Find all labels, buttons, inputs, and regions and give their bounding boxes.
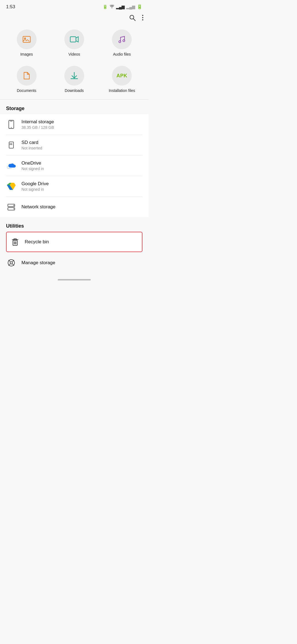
top-category-row: Images Videos Audio files [0,24,148,60]
trash-icon [10,237,20,247]
googledrive-text: Google Drive Not signed in [21,181,49,192]
svg-point-9 [123,40,125,42]
videos-label: Videos [68,52,80,56]
bottom-bar [0,273,148,283]
sdcard-subtitle: Not inserted [21,146,42,150]
storage-section: Storage Internal storage 38.35 GB / 128 … [0,100,148,217]
utilities-section-title: Utilities [0,217,148,232]
network-storage-text: Network storage [21,204,56,210]
utilities-section: Utilities Recycle bin [0,217,148,273]
svg-point-2 [142,15,143,16]
storage-list: Internal storage 38.35 GB / 128 GB SD ca… [0,114,148,217]
storage-section-title: Storage [0,100,148,114]
installation-icon-circle: APK [112,66,132,86]
googledrive-title: Google Drive [21,181,49,187]
internal-storage-item[interactable]: Internal storage 38.35 GB / 128 GB [6,114,142,135]
apk-label: APK [117,73,128,79]
svg-point-29 [10,262,13,264]
googledrive-item[interactable]: Google Drive Not signed in [6,176,142,197]
audio-label: Audio files [113,52,131,56]
internal-storage-subtitle: 38.35 GB / 128 GB [21,125,54,130]
sdcard-icon [6,140,16,150]
documents-label: Documents [17,88,36,93]
recycle-bin-item[interactable]: Recycle bin [6,232,142,252]
sdcard-item[interactable]: SD card Not inserted [6,135,142,155]
category-audio[interactable]: Audio files [98,26,146,60]
battery-icon: 🔋 [137,4,142,10]
internal-storage-text: Internal storage 38.35 GB / 128 GB [21,119,54,130]
category-videos[interactable]: Videos [50,26,98,60]
svg-point-8 [119,41,121,43]
svg-rect-7 [70,37,76,42]
documents-icon-circle [17,66,37,86]
status-time: 1:53 [6,4,15,10]
signal2-icon: ▂▄▆ [126,4,135,9]
googledrive-subtitle: Not signed in [21,187,49,192]
svg-point-23 [13,208,14,209]
onedrive-text: OneDrive Not signed in [21,160,44,171]
manage-storage-icon [6,258,16,268]
home-indicator [58,279,91,280]
network-storage-title: Network storage [21,204,56,210]
category-documents[interactable]: Documents [3,62,50,97]
status-icons: 🔋 ▂▄▆ ▂▄▆ 🔋 [103,4,142,10]
svg-rect-11 [10,121,12,121]
googledrive-icon [6,181,16,192]
downloads-icon-circle [64,66,84,86]
svg-point-3 [142,17,143,18]
onedrive-icon [6,160,16,171]
recycle-bin-label: Recycle bin [25,239,49,245]
more-options-icon[interactable] [142,14,144,23]
manage-storage-label: Manage storage [21,260,55,266]
bottom-category-row: Documents Downloads APK Installation fil… [0,60,148,97]
category-downloads[interactable]: Downloads [50,62,98,97]
status-bar: 1:53 🔋 ▂▄▆ ▂▄▆ 🔋 [0,0,148,12]
sdcard-title: SD card [21,140,42,145]
svg-point-6 [24,37,26,39]
manage-storage-item[interactable]: Manage storage [6,253,142,273]
phone-icon [6,119,16,130]
wifi-icon [109,4,114,9]
search-icon[interactable] [129,14,136,23]
toolbar [0,12,148,24]
svg-point-4 [142,19,143,20]
category-installation[interactable]: APK Installation files [98,62,146,97]
network-storage-icon [6,202,16,212]
downloads-label: Downloads [65,88,84,93]
videos-icon-circle [64,29,84,49]
onedrive-subtitle: Not signed in [21,167,44,171]
svg-point-22 [13,205,14,206]
signal-icon: ▂▄▆ [116,4,125,9]
audio-icon-circle [112,29,132,49]
onedrive-title: OneDrive [21,160,44,166]
installation-label: Installation files [109,88,135,93]
battery-saving-icon: 🔋 [103,4,108,9]
onedrive-item[interactable]: OneDrive Not signed in [6,155,142,176]
utilities-list: Recycle bin Manage storage [0,232,148,273]
category-images[interactable]: Images [3,26,50,60]
images-icon-circle [17,29,37,49]
svg-line-1 [133,19,135,21]
svg-rect-13 [9,142,13,148]
svg-point-12 [11,127,12,128]
sdcard-text: SD card Not inserted [21,140,42,150]
images-label: Images [20,52,33,56]
network-storage-item[interactable]: Network storage [6,197,142,217]
internal-storage-title: Internal storage [21,119,54,125]
